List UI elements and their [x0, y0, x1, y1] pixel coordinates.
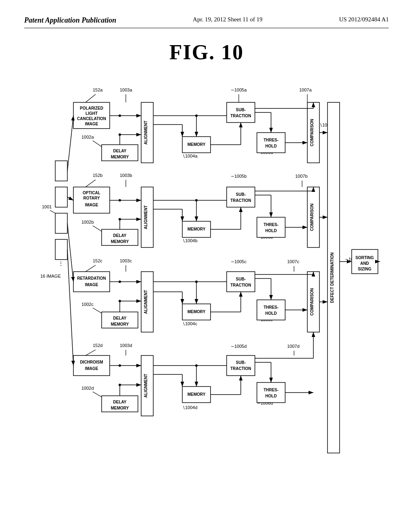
box-retardation	[73, 272, 110, 292]
img-box-4	[55, 239, 67, 260]
box-dichroism	[73, 355, 110, 376]
text-memory-c: MEMORY	[111, 322, 129, 326]
text-thres-c: THRES-	[263, 305, 278, 310]
box-threshold-b	[257, 217, 285, 237]
label-1007a: 1007a	[299, 87, 312, 92]
label-1007c: 1007c	[287, 259, 299, 264]
text-delay-a: DELAY	[113, 149, 127, 153]
text-and: AND	[360, 261, 369, 266]
publication-label: Patent Application Publication	[24, 16, 116, 25]
text-hold-d: HOLD	[265, 394, 277, 398]
label-1005a: ∼1005a	[231, 87, 247, 92]
text-delay-b: DELAY	[113, 233, 127, 238]
text-sub-b: SUB-	[236, 192, 246, 197]
text-sizing: SIZING	[358, 267, 371, 271]
text-thres-a: THRES-	[263, 138, 278, 142]
box-subtraction-b	[227, 187, 255, 207]
label-1005b: ∼1005b	[231, 174, 247, 179]
label-1003a: 1003a	[120, 87, 132, 92]
label-1007d: 1007d	[287, 344, 300, 349]
label-1005c: ∼1005c	[231, 259, 246, 264]
page-header: Patent Application Publication Apr. 19, …	[24, 16, 389, 28]
label-1002d: 1002d	[81, 386, 94, 391]
text-image-a: IMAGE	[85, 122, 98, 126]
label-1003c: 1003c	[120, 258, 132, 263]
text-comparison-a: COMPARISON	[310, 119, 314, 146]
text-light: LIGHT	[86, 111, 98, 116]
label-1004a: ∖1004a	[182, 154, 198, 158]
text-alignment-b: ALIGNMENT	[144, 205, 148, 229]
text-traction-c: TRACTION	[230, 283, 251, 287]
text-retardation: RETARDATION	[77, 276, 106, 281]
label-1004b: ∖1004b	[182, 238, 198, 243]
label-1004c: ∖1004c	[182, 321, 197, 326]
dot-a1	[119, 114, 121, 117]
text-delay-c: DELAY	[113, 316, 127, 320]
label-1002a: 1002a	[81, 135, 94, 139]
arrow-src-to-dich	[67, 249, 73, 366]
text-cancelation: CANCELATION	[77, 116, 106, 121]
text-hold-c: HOLD	[265, 311, 277, 316]
text-comparison-c: COMPARISON	[310, 288, 314, 316]
text-image-d: IMAGE	[85, 366, 98, 371]
label-1003d: 1003d	[120, 343, 132, 348]
dot-d1	[119, 364, 121, 367]
box-subtraction-d	[227, 355, 255, 376]
text-traction-d: TRACTION	[230, 366, 251, 371]
arrow-src-to-ret	[67, 223, 73, 282]
sheet-info: Apr. 19, 2012 Sheet 11 of 19	[193, 16, 263, 23]
text-traction-b: TRACTION	[230, 198, 251, 203]
text-memory-box-c: MEMORY	[188, 310, 206, 314]
text-traction-a: TRACTION	[230, 114, 251, 118]
text-sub-a: SUB-	[236, 108, 246, 112]
arrow-src-to-or	[67, 197, 73, 200]
label-1004d: ∖1004d	[182, 405, 198, 410]
text-image-b: IMAGE	[85, 203, 98, 207]
dot-a2	[119, 133, 121, 136]
box-threshold-c	[257, 300, 285, 320]
text-sorting: SORTING	[355, 256, 374, 260]
box-subtraction-a	[227, 102, 255, 123]
dot-c1	[119, 281, 121, 283]
text-hold-b: HOLD	[265, 229, 277, 233]
diagram-svg: 152a 1003a ∼1005a 1007a POLARIZED LIGHT …	[33, 80, 380, 491]
text-memory-box-b: MEMORY	[188, 227, 206, 231]
dot-d2	[119, 384, 121, 386]
dot-c2	[119, 300, 121, 302]
ellipsis: ⋮	[58, 260, 64, 267]
arrow-src-to-plc	[67, 116, 73, 171]
text-memory-b: MEMORY	[111, 239, 129, 244]
label-16-image: 16 IMAGE	[40, 274, 61, 278]
label-152a: 152a	[93, 87, 103, 92]
text-rotary: ROTARY	[83, 196, 100, 200]
patent-number: US 2012/092484 A1	[339, 16, 389, 23]
text-memory-box-d: MEMORY	[188, 392, 206, 397]
text-thres-d: THRES-	[263, 388, 278, 392]
label-152d: 152d	[93, 343, 102, 348]
figure-title: FIG. 10	[24, 40, 389, 64]
label-152c: 152c	[93, 258, 102, 263]
label-152b: 152b	[93, 173, 102, 178]
label-1005d: ∼1005d	[231, 344, 247, 349]
text-memory-a: MEMORY	[111, 155, 129, 159]
text-hold-a: HOLD	[265, 144, 277, 148]
text-alignment-a: ALIGNMENT	[144, 121, 148, 144]
text-comparison-b: COMPARISON	[310, 204, 314, 231]
label-1002c: 1002c	[81, 302, 94, 307]
label-1001: 1001	[42, 204, 52, 209]
img-box-2	[55, 187, 67, 207]
label-1003b: 1003b	[120, 173, 132, 178]
text-defect-determination: DEFECT DETERMINATION	[330, 252, 334, 303]
text-alignment-c: ALIGNMENT	[144, 290, 148, 314]
text-alignment-d: ALIGNMENT	[144, 374, 148, 397]
text-dichroism: DICHROISM	[80, 360, 103, 364]
text-thres-b: THRES-	[263, 222, 278, 227]
text-image-c: IMAGE	[85, 283, 98, 287]
text-sub-c: SUB-	[236, 277, 246, 281]
text-memory-box-a: MEMORY	[188, 142, 206, 147]
img-box-3	[55, 213, 67, 233]
text-delay-d: DELAY	[113, 400, 127, 404]
img-box-1	[55, 161, 67, 181]
diagram: 152a 1003a ∼1005a 1007a POLARIZED LIGHT …	[33, 80, 380, 491]
text-optical: OPTICAL	[83, 191, 100, 195]
